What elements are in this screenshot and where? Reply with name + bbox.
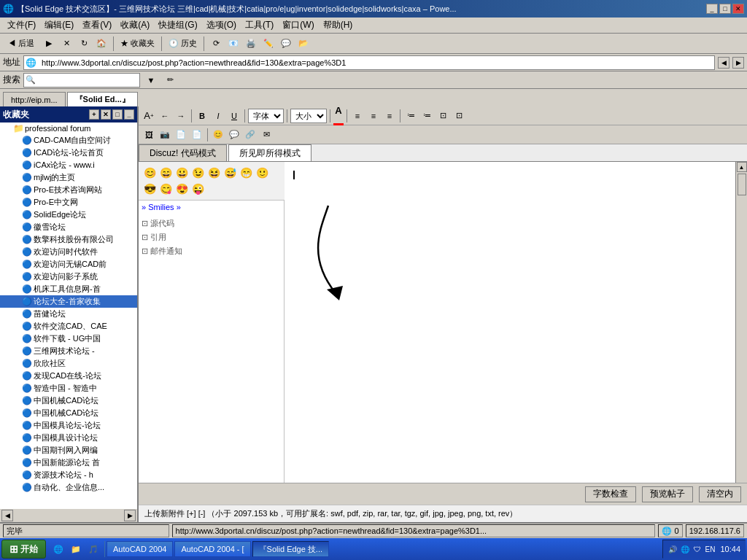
back-button[interactable]: ◀ 后退 xyxy=(3,36,39,52)
tray-icon-lang[interactable]: EN xyxy=(705,544,715,554)
editor-main[interactable] xyxy=(285,162,735,483)
list-item[interactable]: 🔵中国模具论坛-论坛 xyxy=(0,419,137,432)
insert-link[interactable]: 🔗 xyxy=(243,128,258,142)
toolbar-icon-4[interactable]: ✏️ xyxy=(260,36,276,52)
quicklaunch-explorer[interactable]: 📁 xyxy=(68,541,84,557)
word-count-button[interactable]: 字数检查 xyxy=(585,486,636,502)
address-input[interactable] xyxy=(39,56,713,69)
list-item[interactable]: 🔵CAD-CAM自由空间讨 xyxy=(0,134,137,147)
smiley-3[interactable]: 😀 xyxy=(174,165,190,181)
list-item[interactable]: 🔵中国模具设计论坛 xyxy=(0,432,137,444)
toolbar-icon-2[interactable]: 📧 xyxy=(225,36,241,52)
list-item[interactable]: 🔵徽雪论坛 xyxy=(0,221,137,233)
clear-button[interactable]: 清空内 xyxy=(699,486,741,502)
maximize-button[interactable]: □ xyxy=(719,4,731,14)
list-item[interactable]: 🔵欣欣社区 xyxy=(0,357,137,370)
vertical-scrollbar[interactable]: ▲ xyxy=(735,162,747,483)
toolbar-icon-6[interactable]: 📂 xyxy=(295,36,311,52)
menu-view[interactable]: 查看(V) xyxy=(78,18,116,33)
toolbar-icon-3[interactable]: 🖨️ xyxy=(243,36,259,52)
sidebar-scroll-right[interactable]: ▶ xyxy=(124,510,136,521)
tab-1[interactable]: 『Solid Ed...』 xyxy=(67,92,138,106)
list-item[interactable]: 🔵iCAx论坛 - www.i xyxy=(0,159,137,171)
sidebar-item-folder[interactable]: 📁 professional forum xyxy=(0,122,137,134)
sidebar-min-button[interactable]: _ xyxy=(124,109,134,120)
nav-right-arrow[interactable]: ▶ xyxy=(732,57,744,69)
preview-button[interactable]: 预览帖子 xyxy=(642,486,693,502)
search-dropdown-button[interactable]: ▼ xyxy=(143,72,159,88)
smiley-2[interactable]: 😄 xyxy=(158,165,174,181)
list-item[interactable]: 🔵SolidEdge论坛 xyxy=(0,209,137,221)
tray-icon-network[interactable]: 🌐 xyxy=(680,544,690,554)
forward-button[interactable]: ▶ xyxy=(41,36,57,52)
menu-favorites[interactable]: 收藏(A) xyxy=(116,18,154,33)
list-item[interactable]: 🔵资源技术论坛 - h xyxy=(0,469,137,481)
scroll-thumb[interactable] xyxy=(738,174,746,195)
menu-file[interactable]: 文件(F) xyxy=(3,18,40,33)
insert-email[interactable]: ✉ xyxy=(259,128,274,142)
scroll-up-arrow[interactable]: ▲ xyxy=(737,162,747,172)
sidebar-expand-button[interactable]: □ xyxy=(112,109,123,120)
menu-tools[interactable]: 工具(T) xyxy=(241,18,278,33)
font-color-button[interactable]: A xyxy=(333,106,344,126)
quicklaunch-ie[interactable]: 🌐 xyxy=(50,541,66,557)
tray-icon-security[interactable]: 🛡 xyxy=(692,544,703,554)
minimize-button[interactable]: _ xyxy=(706,4,718,14)
menu-edit[interactable]: 编辑(E) xyxy=(40,18,78,33)
smiley-7[interactable]: 😁 xyxy=(238,165,254,181)
smiley-10[interactable]: 😋 xyxy=(158,181,174,197)
list-unordered[interactable]: ≔ xyxy=(419,109,434,123)
align-left[interactable]: ≡ xyxy=(350,109,365,123)
list-item[interactable]: 🔵软件下载 - UG中国 xyxy=(0,332,137,345)
insert-quote[interactable]: 💬 xyxy=(227,128,241,142)
insert-image[interactable]: 🖼 xyxy=(142,128,156,142)
mode-tab-code[interactable]: Discuz! 代码模式 xyxy=(139,144,227,161)
list-item[interactable]: 🔵mjlwj的主页 xyxy=(0,171,137,184)
list-item[interactable]: 🔵发现CAD在线-论坛 xyxy=(0,370,137,382)
search-input[interactable] xyxy=(37,76,139,85)
smiley-5[interactable]: 😆 xyxy=(206,165,222,181)
smiley-8[interactable]: 🙂 xyxy=(254,165,270,181)
smiley-9[interactable]: 😎 xyxy=(142,181,158,197)
editor-font-size-up[interactable]: A+ xyxy=(142,109,156,123)
refresh-button[interactable]: ↻ xyxy=(76,36,92,52)
font-selector[interactable]: 字体 宋体 黑体 Arial xyxy=(248,109,284,123)
size-selector[interactable]: 大小 小 中 大 xyxy=(290,109,327,123)
editor-italic[interactable]: I xyxy=(211,109,225,123)
taskbar-autocad2[interactable]: AutoCAD 2004 - [ xyxy=(174,541,250,557)
tray-icon-sound[interactable]: 🔊 xyxy=(667,544,678,554)
list-item[interactable]: 🔵中国新能源论坛 首 xyxy=(0,456,137,469)
list-item[interactable]: 🔵Pro-E技术咨询网站 xyxy=(0,184,137,196)
stop-button[interactable]: ✕ xyxy=(58,36,74,52)
smiley-6[interactable]: 😅 xyxy=(222,165,238,181)
smiley-1[interactable]: 😊 xyxy=(142,165,158,181)
editor-text-area[interactable] xyxy=(287,165,732,184)
insert-smiley[interactable]: 😊 xyxy=(211,128,225,142)
menu-window[interactable]: 窗口(W) xyxy=(278,18,318,33)
list-item[interactable]: 🔵苗健论坛 xyxy=(0,308,137,320)
list-item[interactable]: 🔵ICAD论坛-论坛首页 xyxy=(0,147,137,159)
list-item[interactable]: 🔵智造中国 - 智造中 xyxy=(0,382,137,394)
indent-decrease[interactable]: ⊡ xyxy=(436,109,450,123)
search-settings-button[interactable]: ✏ xyxy=(162,72,178,88)
align-center[interactable]: ≡ xyxy=(366,109,381,123)
editor-redo[interactable]: → xyxy=(174,109,188,123)
menu-options[interactable]: 选项(O) xyxy=(202,18,241,33)
list-item[interactable]: 🔵中国机械CAD论坛 xyxy=(0,394,137,407)
insert-file[interactable]: 📄 xyxy=(174,128,188,142)
favorites-button[interactable]: ★ 收藏夹 xyxy=(117,36,158,52)
tab-0[interactable]: http://eip.m... xyxy=(3,92,66,106)
list-item[interactable]: 🔵软件交流CAD、CAE xyxy=(0,320,137,332)
quicklaunch-media[interactable]: 🎵 xyxy=(85,541,101,557)
start-button[interactable]: ⊞ 开始 xyxy=(1,540,46,559)
list-item[interactable]: 🔵欢迎访问时代软件 xyxy=(0,246,137,258)
list-item[interactable]: 🔵中国期刊网入网编 xyxy=(0,444,137,456)
menu-quickgroup[interactable]: 快捷组(G) xyxy=(154,18,201,33)
sidebar-close-button[interactable]: ✕ xyxy=(101,109,111,120)
align-right[interactable]: ≡ xyxy=(382,109,397,123)
home-button[interactable]: 🏠 xyxy=(93,36,109,52)
smilies-more-link[interactable]: » Smilies » xyxy=(139,201,284,214)
indent-increase[interactable]: ⊡ xyxy=(452,109,466,123)
close-button[interactable]: ✕ xyxy=(732,4,744,14)
editor-undo[interactable]: ← xyxy=(158,109,172,123)
